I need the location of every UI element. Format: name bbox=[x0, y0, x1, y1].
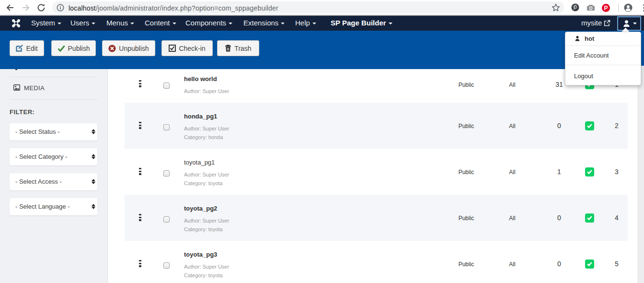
svg-text:P: P bbox=[604, 5, 608, 12]
